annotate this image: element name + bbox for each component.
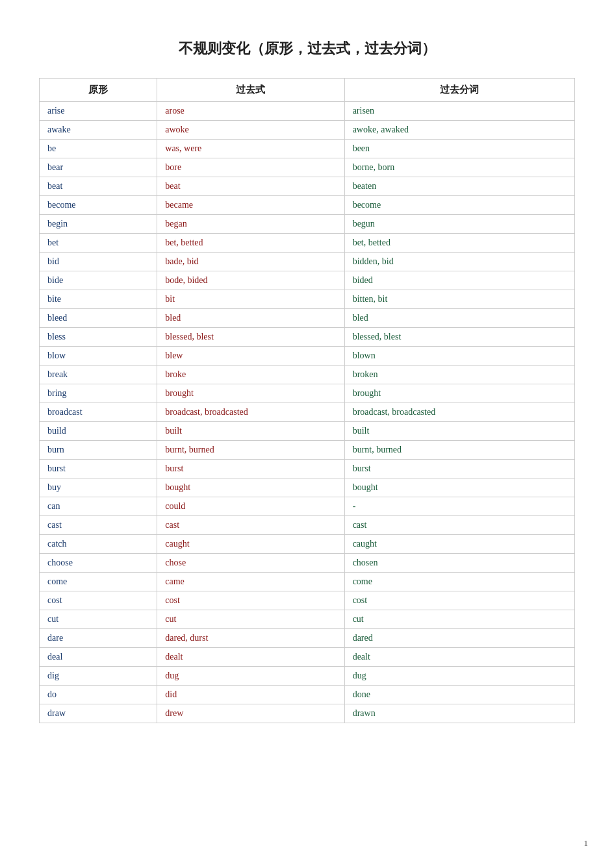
cell-base: burst (40, 460, 157, 478)
cell-pp: broadcast, broadcasted (344, 403, 574, 422)
cell-past: began (157, 215, 344, 234)
cell-base: break (40, 366, 157, 384)
cell-past: cut (157, 610, 344, 629)
table-row: burstburstburst (40, 460, 575, 478)
cell-base: dig (40, 667, 157, 686)
cell-base: choose (40, 554, 157, 573)
cell-pp: burst (344, 460, 574, 478)
cell-base: do (40, 686, 157, 704)
page-number: 1 (584, 838, 589, 849)
header-base: 原形 (40, 79, 157, 102)
cell-pp: cut (344, 610, 574, 629)
cell-base: come (40, 573, 157, 591)
table-row: comecamecome (40, 573, 575, 591)
cell-pp: borne, born (344, 158, 574, 177)
cell-base: burn (40, 441, 157, 460)
cell-past: dealt (157, 648, 344, 667)
table-row: blessblessed, blestblessed, blest (40, 328, 575, 347)
cell-pp: bled (344, 309, 574, 328)
cell-base: deal (40, 648, 157, 667)
cell-pp: become (344, 196, 574, 215)
cell-past: cost (157, 591, 344, 610)
cell-past: came (157, 573, 344, 591)
cell-past: caught (157, 535, 344, 554)
cell-base: cost (40, 591, 157, 610)
cell-pp: blessed, blest (344, 328, 574, 347)
cell-past: bore (157, 158, 344, 177)
cell-base: bear (40, 158, 157, 177)
cell-pp: awoke, awaked (344, 121, 574, 140)
cell-past: bit (157, 290, 344, 309)
cell-pp: been (344, 140, 574, 158)
cell-base: can (40, 497, 157, 516)
cell-pp: - (344, 497, 574, 516)
cell-pp: bidden, bid (344, 253, 574, 271)
cell-past: dug (157, 667, 344, 686)
table-row: awakeawokeawoke, awaked (40, 121, 575, 140)
irregular-verbs-table: 原形 过去式 过去分词 arisearosearisenawakeawokeaw… (39, 78, 575, 723)
cell-past: bet, betted (157, 234, 344, 253)
cell-past: broadcast, broadcasted (157, 403, 344, 422)
cell-base: catch (40, 535, 157, 554)
cell-past: cast (157, 516, 344, 535)
header-past: 过去式 (157, 79, 344, 102)
cell-pp: dared (344, 629, 574, 648)
cell-past: blessed, blest (157, 328, 344, 347)
table-row: castcastcast (40, 516, 575, 535)
table-row: daredared, durstdared (40, 629, 575, 648)
cell-past: bought (157, 478, 344, 497)
cell-past: became (157, 196, 344, 215)
cell-past: burnt, burned (157, 441, 344, 460)
cell-base: begin (40, 215, 157, 234)
cell-pp: bet, betted (344, 234, 574, 253)
header-pp: 过去分词 (344, 79, 574, 102)
cell-past: broke (157, 366, 344, 384)
cell-pp: chosen (344, 554, 574, 573)
table-row: bearboreborne, born (40, 158, 575, 177)
cell-pp: come (344, 573, 574, 591)
cell-pp: built (344, 422, 574, 441)
table-row: catchcaughtcaught (40, 535, 575, 554)
cell-pp: arisen (344, 102, 574, 121)
table-row: bitebitbitten, bit (40, 290, 575, 309)
cell-base: dare (40, 629, 157, 648)
cell-past: dared, durst (157, 629, 344, 648)
table-row: becomebecamebecome (40, 196, 575, 215)
table-row: burnburnt, burnedburnt, burned (40, 441, 575, 460)
cell-base: broadcast (40, 403, 157, 422)
cell-base: bet (40, 234, 157, 253)
cell-past: built (157, 422, 344, 441)
table-row: cutcutcut (40, 610, 575, 629)
cell-base: bring (40, 384, 157, 403)
table-row: breakbrokebroken (40, 366, 575, 384)
table-row: bidbade, bidbidden, bid (40, 253, 575, 271)
cell-base: bide (40, 271, 157, 290)
cell-pp: caught (344, 535, 574, 554)
cell-base: bleed (40, 309, 157, 328)
table-row: beatbeatbeaten (40, 177, 575, 196)
cell-past: beat (157, 177, 344, 196)
table-row: choosechosechosen (40, 554, 575, 573)
cell-past: arose (157, 102, 344, 121)
cell-pp: drawn (344, 704, 574, 723)
table-row: bringbroughtbrought (40, 384, 575, 403)
table-row: buildbuiltbuilt (40, 422, 575, 441)
cell-pp: blown (344, 347, 574, 366)
cell-base: bless (40, 328, 157, 347)
cell-past: blew (157, 347, 344, 366)
cell-pp: burnt, burned (344, 441, 574, 460)
cell-pp: done (344, 686, 574, 704)
cell-base: awake (40, 121, 157, 140)
cell-base: be (40, 140, 157, 158)
cell-pp: bided (344, 271, 574, 290)
cell-pp: bitten, bit (344, 290, 574, 309)
cell-past: bode, bided (157, 271, 344, 290)
cell-pp: beaten (344, 177, 574, 196)
cell-pp: bought (344, 478, 574, 497)
cell-base: cast (40, 516, 157, 535)
table-row: cancould- (40, 497, 575, 516)
cell-past: bled (157, 309, 344, 328)
cell-base: bid (40, 253, 157, 271)
table-row: blowblewblown (40, 347, 575, 366)
cell-base: draw (40, 704, 157, 723)
